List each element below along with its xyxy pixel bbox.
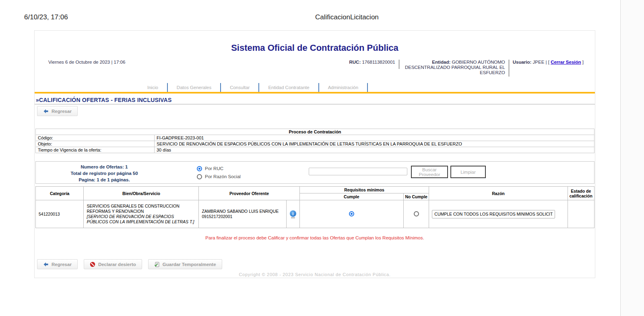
cell-categoria: 541220013 bbox=[36, 200, 84, 228]
cell-cumple bbox=[299, 200, 403, 228]
process-row-label: Tiempo de Vigencia de la oferta: bbox=[36, 147, 155, 153]
offers-summary: Numero de Ofertas: 1 Total de registro p… bbox=[44, 164, 165, 183]
tab-entidad-contratante[interactable]: Entidad Contratante bbox=[259, 83, 318, 92]
info-icon-underline bbox=[291, 218, 295, 218]
process-row-value: FI-GADPREE-2023-001 bbox=[155, 135, 594, 141]
prohibition-icon bbox=[90, 262, 95, 267]
print-page-title: CalificacionLicitacion bbox=[315, 13, 379, 21]
cell-info: i bbox=[286, 200, 299, 228]
col-header-categoria: Categoría bbox=[36, 187, 84, 200]
col-header-requisitos: Requisitos mínimos bbox=[299, 187, 429, 193]
page-info: Pagina: 1 de 1 páginas. bbox=[44, 177, 165, 183]
col-header-estado: Estado de calificación bbox=[568, 187, 594, 200]
table-row: Objeto: SERVICIO DE RENOVACIÓN DE ESPACI… bbox=[36, 141, 594, 147]
bien-text: SERVICIOS GENERALES DE CONSTRUCCION REFO… bbox=[87, 204, 196, 214]
process-row-label: Código: bbox=[36, 135, 155, 141]
cell-proveedor: ZAMBRANO SABANDO LUIS ENRIQUE 0915217202… bbox=[199, 200, 287, 228]
buscar-proveedor-button[interactable]: Buscar Proveedor bbox=[411, 166, 448, 178]
ruc-field: RUC: 1768113820001 bbox=[349, 60, 395, 64]
user-label: Usuario: bbox=[513, 60, 532, 64]
por-razon-social-radio[interactable] bbox=[197, 174, 202, 179]
por-ruc-label: Por RUC bbox=[205, 166, 223, 171]
bracket-open: [ bbox=[548, 60, 549, 64]
save-icon bbox=[154, 262, 160, 267]
separator: | bbox=[546, 60, 547, 64]
back-arrow-icon bbox=[43, 108, 49, 114]
col-header-razon: Razón bbox=[429, 187, 568, 200]
tab-consultar[interactable]: Consultar bbox=[221, 83, 258, 92]
razon-input[interactable] bbox=[432, 210, 555, 218]
declarar-desierto-label: Declarar desierto bbox=[98, 262, 136, 267]
info-icon[interactable]: i bbox=[290, 210, 296, 217]
records-per-page: Total de registro por página 50 bbox=[44, 170, 165, 177]
user-field: Usuario: JPEE | [ Cerrar Sesión ] bbox=[513, 60, 584, 64]
por-razon-social-label: Por Razón Social bbox=[205, 174, 241, 179]
process-row-value: SERVICIO DE RENOVACIÓN DE ESPACIOS PÚBLI… bbox=[155, 141, 594, 147]
search-mode-radios: Por RUC Por Razón Social bbox=[197, 164, 241, 181]
session-datetime: Viernes 6 de Octubre de 2023 | 17:06 bbox=[48, 60, 125, 64]
table-row: Tiempo de Vigencia de la oferta: 30 días bbox=[36, 147, 594, 153]
offers-search-panel: Numero de Ofertas: 1 Total de registro p… bbox=[35, 161, 594, 184]
tab-inicio[interactable]: Inicio bbox=[138, 83, 167, 92]
session-header: Viernes 6 de Octubre de 2023 | 17:06 RUC… bbox=[48, 60, 584, 77]
offers-header-row: Categoría Bien/Obra/Servicio Proveedor O… bbox=[36, 187, 594, 193]
back-arrow-icon bbox=[43, 262, 49, 267]
declarar-desierto-button[interactable]: Declarar desierto bbox=[84, 259, 142, 269]
process-table-title: Proceso de Contratación bbox=[36, 129, 594, 135]
warning-message: Para finalizar el proceso debe Calificar… bbox=[35, 235, 595, 240]
session-user-info: RUC: 1768113820001 Entidad: GOBIERNO AUT… bbox=[349, 60, 584, 77]
table-row: 541220013 SERVICIOS GENERALES DE CONSTRU… bbox=[36, 200, 594, 228]
entity-value: GOBIERNO AUTÓNOMO DESCENTRALIZADO PARROQ… bbox=[405, 60, 505, 75]
offers-table: Categoría Bien/Obra/Servicio Proveedor O… bbox=[35, 186, 594, 228]
cell-estado bbox=[568, 200, 594, 228]
offers-count: Numero de Ofertas: 1 bbox=[44, 164, 165, 170]
limpiar-button[interactable]: Limpiar bbox=[450, 166, 486, 178]
bracket-close: ] bbox=[582, 60, 584, 64]
col-header-proveedor: Proveedor Oferente bbox=[199, 187, 299, 200]
cumple-radio[interactable] bbox=[349, 211, 354, 216]
guardar-temporalmente-label: Guardar Temporalmente bbox=[163, 262, 216, 267]
entity-field: Entidad: GOBIERNO AUTÓNOMO DESCENTRALIZA… bbox=[403, 60, 505, 75]
cell-razon bbox=[429, 200, 568, 228]
section-heading: »CALIFICACIÓN OFERTAS - FERIAS INCLUSIVA… bbox=[35, 97, 595, 104]
proveedor-name: ZAMBRANO SABANDO LUIS ENRIQUE bbox=[202, 209, 283, 214]
action-buttons: Regresar Declarar desierto Guardar Tempo… bbox=[37, 259, 595, 269]
tab-datos-generales[interactable]: Datos Generales bbox=[168, 83, 220, 92]
main-nav: Inicio Datos Generales Consultar Entidad… bbox=[138, 83, 595, 92]
copyright-footer: Copyright © 2008 - 2023 Servicio Naciona… bbox=[35, 272, 595, 277]
table-row: Código: FI-GADPREE-2023-001 bbox=[36, 135, 594, 141]
divider bbox=[399, 60, 399, 69]
no-cumple-radio[interactable] bbox=[414, 211, 419, 216]
document-frame: Sistema Oficial de Contratación Pública … bbox=[34, 30, 595, 278]
proveedor-ruc: 0915217202001 bbox=[202, 214, 283, 219]
guardar-temporalmente-button[interactable]: Guardar Temporalmente bbox=[148, 259, 222, 269]
col-header-bien: Bien/Obra/Servicio bbox=[84, 187, 199, 200]
col-header-cumple: Cumple bbox=[299, 193, 403, 200]
col-header-no-cumple: No Cumple bbox=[404, 193, 429, 200]
regresar-button-top[interactable]: Regresar bbox=[37, 106, 78, 116]
proveedor-search-input[interactable] bbox=[309, 168, 407, 175]
por-ruc-option[interactable]: Por RUC bbox=[197, 164, 241, 173]
ruc-label: RUC: bbox=[349, 60, 361, 64]
process-row-value: 30 días bbox=[155, 147, 594, 153]
page-title: Sistema Oficial de Contratación Pública bbox=[35, 31, 595, 52]
regresar-label: Regresar bbox=[52, 262, 72, 267]
entity-label: Entidad: bbox=[432, 60, 450, 64]
cell-no-cumple bbox=[404, 200, 429, 228]
logout-link[interactable]: Cerrar Sesión bbox=[551, 60, 581, 64]
process-info-table: Proceso de Contratación Código: FI-GADPR… bbox=[35, 129, 594, 153]
tab-separator bbox=[367, 83, 368, 92]
cell-bien: SERVICIOS GENERALES DE CONSTRUCCION REFO… bbox=[84, 200, 199, 228]
user-value: JPEE bbox=[533, 60, 545, 64]
process-row-label: Objeto: bbox=[36, 141, 155, 147]
bien-detail: [SERVICIO DE RENOVACIÓN DE ESPACIOS PÚBL… bbox=[87, 214, 196, 225]
tab-administracion[interactable]: Administración bbox=[319, 83, 367, 92]
gold-accent-bar bbox=[35, 92, 595, 94]
por-ruc-radio[interactable] bbox=[197, 166, 202, 171]
ruc-value: 1768113820001 bbox=[362, 60, 395, 64]
regresar-button-bottom[interactable]: Regresar bbox=[37, 259, 78, 269]
por-razon-social-option[interactable]: Por Razón Social bbox=[197, 173, 241, 181]
print-datetime: 6/10/23, 17:06 bbox=[24, 13, 68, 21]
page-edge-strip bbox=[620, 0, 644, 316]
divider bbox=[509, 60, 509, 77]
